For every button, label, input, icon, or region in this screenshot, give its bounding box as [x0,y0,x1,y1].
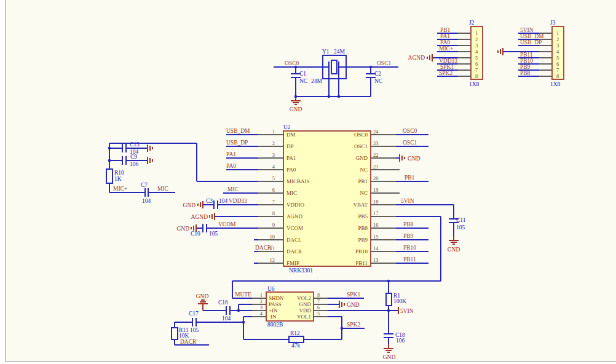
svg-text:OSC1: OSC1 [354,143,368,149]
c1-ref: C1 [299,71,306,77]
svg-text:7: 7 [556,67,559,73]
svg-text:19: 19 [373,187,379,193]
svg-text:PB9: PB9 [358,237,368,243]
svg-text:NC: NC [360,167,368,173]
y1-ref: Y1 [322,49,330,55]
agnd-label-pin8: AGND [191,214,208,220]
net-label-osc0: OSC0 [285,60,299,66]
svg-text:GND: GND [356,155,368,161]
svg-text:6: 6 [317,304,320,311]
svg-text:PB11: PB11 [355,260,368,266]
svg-text:5: 5 [272,175,275,181]
gnd-label-c18: GND [383,354,396,360]
svg-text:18: 18 [373,199,379,205]
j2-net-vdd33: VDD33 [439,58,457,64]
svg-text:2: 2 [556,36,559,42]
j3-net-5vin: 5VIN [520,27,534,33]
net-mute: MUTE [235,291,251,298]
svg-text:MICBAIS: MICBAIS [286,178,310,184]
j3-net-pb11: PB11 [520,52,533,58]
svg-text:1: 1 [475,30,478,36]
r12-ref: R12 [290,330,300,336]
j3-net-pb9: PB9 [520,64,531,70]
c11-value: 105 [456,224,465,231]
svg-text:PB8: PB8 [358,225,368,231]
u6-part: 8002B [267,322,283,328]
svg-text:13: 13 [373,257,379,263]
j3-net-usbdp: USB_DP [520,39,542,46]
svg-text:22: 22 [373,152,379,158]
c7-value: 104 [142,198,151,204]
svg-text:-IN: -IN [269,314,277,320]
svg-text:PB10: PB10 [355,248,368,255]
net-pa1: PA1 [226,151,236,157]
svg-text:DACL: DACL [286,237,302,243]
svg-text:MIC: MIC [286,190,297,196]
net-mic-plus: MIC+ [113,186,127,192]
j2-net-pb1: PB1 [440,27,451,33]
svg-text:DP: DP [286,143,294,149]
svg-text:7: 7 [317,298,320,304]
svg-text:10: 10 [270,234,275,240]
svg-text:DM: DM [286,132,296,138]
svg-text:NC: NC [360,190,368,196]
net-usb-dm: USB_DM [226,128,250,134]
c9-ref: C9 [130,154,137,160]
svg-text:16: 16 [373,222,379,228]
svg-text:21: 21 [373,164,379,170]
c10-value: 105 [209,231,218,237]
net-pb11: PB11 [403,256,416,263]
y1-value: 24M [334,49,346,55]
net-pb8: PB8 [403,221,414,228]
r10-ref: R10 [114,170,124,176]
j2-ref: J2 [469,20,475,26]
c17-ref: C17 [189,311,199,317]
svg-text:6: 6 [272,187,275,193]
gnd-label-osc: GND [290,106,302,113]
r11-value: 10K [179,333,189,339]
c9-value: 106 [130,161,139,167]
svg-text:PA1: PA1 [286,155,296,161]
net-spk1: SPK1 [347,291,360,298]
j2-net-spk2: SPK2 [439,70,452,76]
svg-text:VOL1: VOL1 [297,314,311,320]
svg-text:VDD: VDD [299,307,312,314]
svg-text:17: 17 [373,210,379,216]
j3-ref: J3 [550,20,556,26]
net-label-osc1: OSC1 [377,60,391,66]
gnd-label-u6pin7: GND [347,302,360,308]
svg-text:8: 8 [556,73,559,79]
svg-text:5: 5 [317,311,320,317]
j3-type: 1X8 [550,81,561,87]
svg-text:VBAT: VBAT [353,202,368,208]
crystal-value-text: 24M [311,78,323,84]
svg-text:+IN: +IN [269,307,278,314]
net-osc1-pin23: OSC1 [403,140,417,146]
svg-text:5: 5 [556,55,559,61]
svg-text:3: 3 [475,42,478,49]
schematic-canvas: OSC0 OSC1 C1 NC 24M Y1 24M C2 NC [0,0,616,364]
svg-text:7: 7 [272,199,275,205]
net-5vin-amp: 5VIN [400,308,414,314]
svg-text:5: 5 [475,55,478,61]
j2-net-pa1: PA1 [440,33,450,39]
svg-text:1: 1 [556,30,559,36]
r1-value: 100K [393,298,406,304]
svg-text:20: 20 [373,175,379,181]
gnd-label-c3: GND [183,202,195,208]
svg-text:3: 3 [556,42,559,49]
net-5vin-pin18: 5VIN [401,198,414,204]
net-vcom: VCOM [218,221,236,228]
j2-net-pa0: PA0 [440,39,450,46]
j3-net-pb8: PB8 [520,70,531,76]
c3-ref: C3 [206,198,213,204]
c13-ref: C13 [130,141,140,148]
svg-text:2: 2 [260,298,263,304]
svg-text:GND: GND [299,301,312,307]
svg-text:9: 9 [272,222,275,228]
svg-text:VOL2: VOL2 [297,295,311,301]
u2-part: NRK3301 [289,267,313,274]
j2-type: 1X8 [469,81,480,87]
svg-text:3: 3 [272,152,275,158]
c10-ref: C10 [191,231,200,237]
